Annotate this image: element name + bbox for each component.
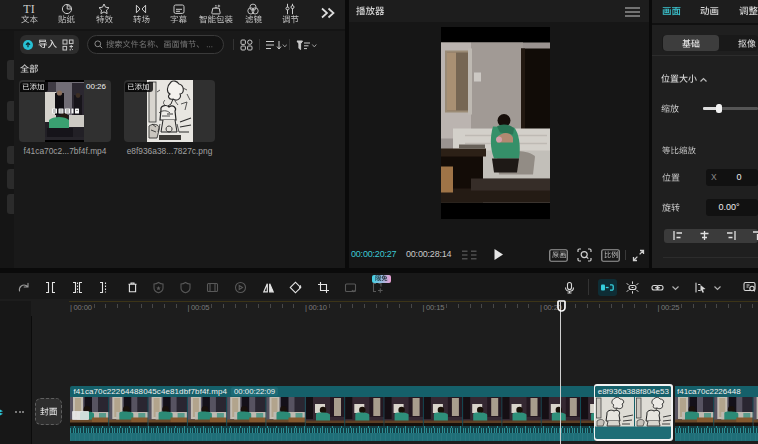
- svg-text:TI: TI: [23, 3, 34, 15]
